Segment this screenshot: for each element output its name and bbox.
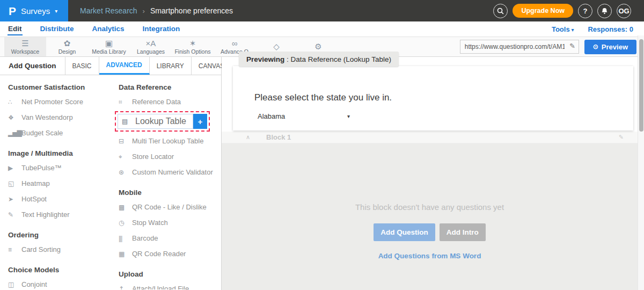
breadcrumb-folder[interactable]: Market Research	[80, 6, 137, 15]
question-type-lookup-table[interactable]: ▤Lookup Table	[118, 114, 193, 129]
question-type-hotspot[interactable]: ➤HotSpot	[8, 191, 107, 207]
add-lookup-table-button[interactable]: +	[193, 114, 207, 129]
question-type-store-locator[interactable]: ⌖Store Locator	[119, 149, 218, 164]
topbar-actions: Upgrade Now ? OG	[493, 4, 644, 18]
survey-url-input[interactable]	[460, 40, 579, 54]
nav-tab-analytics[interactable]: Analytics	[92, 23, 125, 35]
section-header-customer-satisfaction: Customer Satisfaction	[8, 83, 107, 91]
block-edit-pencil-icon[interactable]: ✎	[619, 134, 624, 141]
reference-data-icon: ⌗	[119, 98, 132, 106]
block-body: This block doesn't have any questions ye…	[222, 143, 638, 290]
question-type-label: QR Code - Like / Dislike	[132, 203, 207, 211]
add-intro-button[interactable]: Add Intro	[440, 223, 486, 241]
toolbar-item-workspace[interactable]: ☰Workspace	[4, 37, 46, 56]
question-type-label: Text Highlighter	[21, 211, 70, 219]
design-icon: ✿	[64, 39, 71, 48]
bell-icon	[601, 8, 608, 15]
question-type-columns: Customer Satisfaction∴Net Promoter Score…	[0, 75, 221, 289]
section-header-mobile: Mobile	[119, 189, 218, 197]
question-type-conjoint[interactable]: ◫Conjoint	[8, 277, 107, 289]
toolbar-item-design[interactable]: ✿Design	[46, 37, 88, 56]
preview-button[interactable]: ⊙ Preview	[584, 40, 636, 54]
responses-count[interactable]: Responses: 0	[588, 25, 633, 33]
nav-tab-integration[interactable]: Integration	[142, 23, 181, 35]
question-type-label: Store Locator	[132, 153, 174, 161]
nav-tab-distribute[interactable]: Distribute	[40, 23, 75, 35]
question-type-label: Van Westendorp	[21, 113, 73, 121]
notifications-button[interactable]	[597, 4, 612, 18]
survey-canvas: ∧ Block 1 ✎ This block doesn't have any …	[222, 57, 644, 290]
collapse-block-chevron-icon[interactable]: ∧	[246, 134, 250, 141]
empty-block-message: This block doesn't have any questions ye…	[355, 202, 504, 212]
help-button[interactable]: ?	[578, 4, 592, 18]
add-question-button[interactable]: Add Question	[374, 223, 435, 241]
question-type-multi-tier-lookup-table[interactable]: ⊟Multi Tier Lookup Table	[119, 133, 218, 149]
question-preview-card: Please select the state you live in. Ala…	[233, 66, 633, 130]
tools-menu[interactable]: Tools	[552, 25, 574, 33]
breadcrumb-survey-name: Smartphone preferences	[150, 6, 233, 15]
block-header[interactable]: ∧ Block 1 ✎	[222, 132, 638, 143]
preview-button-label: Preview	[602, 43, 628, 51]
panel-tab-advanced[interactable]: ADVANCED	[99, 57, 150, 75]
question-type-qr-code-like-dislike[interactable]: ▩QR Code - Like / Dislike	[119, 199, 218, 215]
question-type-tubepulse[interactable]: ▶TubePulse™	[8, 160, 107, 176]
question-type-reference-data[interactable]: ⌗Reference Data	[119, 94, 218, 110]
section-header-image-multimedia: Image / Multimedia	[8, 149, 107, 157]
question-type-label: Budget Scale	[21, 129, 63, 137]
toolbar-item-finish-options[interactable]: ✶Finish Options	[172, 37, 214, 56]
product-switcher[interactable]: P Surveys ▾	[0, 0, 68, 21]
card-sorting-icon: ≡	[8, 246, 21, 253]
question-type-van-westendorp[interactable]: ❖Van Westendorp	[8, 110, 107, 125]
question-type-custom-numeric-validator[interactable]: ⊛Custom Numeric Validator	[119, 164, 218, 180]
question-type-label: Lookup Table	[135, 117, 186, 126]
bar-chart-icon: ▂▅▇	[8, 129, 21, 137]
previewing-tooltip: Previewing : Data Reference (Lookup Tabl…	[239, 52, 399, 67]
question-type-qr-code-reader[interactable]: ▦QR Code Reader	[119, 246, 218, 262]
vertical-scrollbar[interactable]	[638, 35, 644, 290]
toolbar-item-label: Languages	[137, 48, 165, 55]
question-type-barcode[interactable]: |||Barcode	[119, 230, 218, 246]
scrollbar-thumb[interactable]	[639, 39, 643, 132]
question-type-label: HotSpot	[21, 195, 47, 203]
toolbar-item-label: Media Library	[92, 48, 126, 55]
question-type-lookup-table-annotation: ▤Lookup Table+	[115, 111, 210, 132]
question-type-text-highlighter[interactable]: ✎Text Highlighter	[8, 207, 107, 222]
panel-tab-add-question[interactable]: Add Question	[0, 57, 65, 75]
toolbar-item-languages[interactable]: ×ALanguages	[130, 37, 172, 56]
survey-url-wrap: ✎	[460, 40, 579, 54]
previewing-tooltip-text: : Data Reference (Lookup Table)	[284, 55, 391, 63]
question-type-budget-scale[interactable]: ▂▅▇Budget Scale	[8, 125, 107, 141]
state-dropdown-value: Alabama	[258, 112, 285, 120]
toolbar-item-label: Workspace	[11, 48, 39, 55]
preview-question-text: Please select the state you live in.	[254, 92, 633, 103]
toolbar-right: ✎ ⊙ Preview	[460, 37, 644, 56]
nav-right: Tools Responses: 0	[552, 25, 636, 33]
panel-tab-basic[interactable]: BASIC	[65, 57, 99, 75]
toolbar-item-media-library[interactable]: ▣Media Library	[88, 37, 130, 56]
breadcrumb-separator-icon: ›	[143, 7, 145, 15]
question-type-stop-watch[interactable]: ◷Stop Watch	[119, 215, 218, 230]
lookup-table-icon: ▤	[122, 118, 135, 125]
dropdown-caret-icon: ▾	[347, 113, 350, 119]
question-type-heatmap[interactable]: ◱Heatmap	[8, 176, 107, 191]
question-type-label: Stop Watch	[132, 219, 168, 227]
nav-tab-edit[interactable]: Edit	[8, 23, 23, 35]
search-button[interactable]	[493, 4, 508, 18]
add-questions-from-ms-word-link[interactable]: Add Questions from MS Word	[378, 252, 481, 260]
question-type-net-promoter-score[interactable]: ∴Net Promoter Score	[8, 94, 107, 110]
section-header-ordering: Ordering	[8, 231, 107, 239]
survey-nav: EditDistributeAnalyticsIntegration Tools…	[0, 21, 644, 37]
upgrade-now-button[interactable]: Upgrade Now	[513, 4, 573, 18]
question-type-attach-upload-file[interactable]: ↥Attach/Upload File	[119, 281, 218, 289]
question-type-column-2: Data Reference⌗Reference Data▤Lookup Tab…	[111, 75, 221, 289]
panel-tab-library[interactable]: LIBRARY	[150, 57, 192, 75]
question-type-card-sorting[interactable]: ≡Card Sorting	[8, 242, 107, 257]
edit-url-pencil-icon[interactable]: ✎	[569, 42, 575, 50]
add-question-panel: Add QuestionBASICADVANCEDLIBRARYCANVAS✖ …	[0, 57, 222, 290]
finish-options-icon: ✶	[189, 39, 196, 48]
state-dropdown[interactable]: Alabama ▾	[258, 112, 350, 120]
avatar[interactable]: OG	[617, 4, 631, 18]
eye-icon: ⊙	[593, 43, 598, 50]
previewing-tooltip-prefix: Previewing	[246, 55, 284, 63]
question-type-label: Custom Numeric Validator	[132, 168, 213, 176]
